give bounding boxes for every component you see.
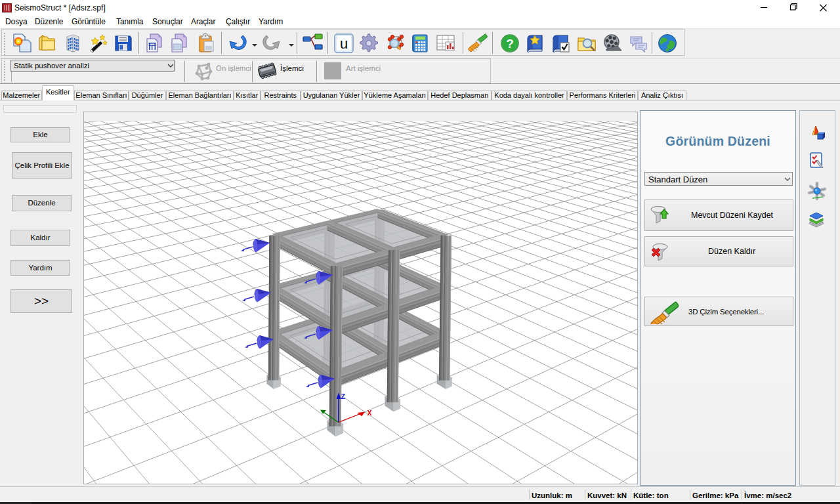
svg-text:u: u bbox=[340, 35, 348, 52]
svg-text:Z: Z bbox=[341, 392, 346, 400]
svg-text:?: ? bbox=[506, 37, 514, 51]
svg-text:X: X bbox=[368, 409, 372, 417]
